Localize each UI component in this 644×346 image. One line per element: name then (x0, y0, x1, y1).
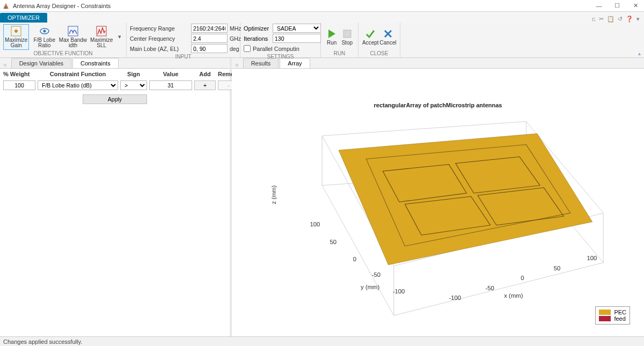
fb-lobe-ratio-button[interactable]: F/B Lobe Ratio (31, 24, 57, 50)
z-axis-label: z (mm) (270, 185, 277, 204)
quick-access-icons: ⎌ ✂ 📋 ↺ ❓ ▾ (592, 16, 644, 23)
sign-select[interactable]: > (120, 80, 147, 90)
legend-swatch-pec (599, 310, 611, 315)
plot-canvas[interactable]: z (mm) y (mm) x (mm) 100 50 0 -50 -100 -… (239, 109, 636, 334)
plot-legend: PEC feed (595, 306, 630, 325)
array-3d-view[interactable]: z (mm) y (mm) x (mm) 100 50 0 -50 -100 -… (239, 109, 636, 334)
svg-text:100: 100 (310, 221, 320, 227)
stop-button[interactable]: Stop (340, 24, 355, 50)
eye-icon (39, 25, 50, 37)
svg-text:50: 50 (330, 239, 337, 245)
maximize-gain-label: Maximize Gain (5, 38, 27, 49)
maximize-sll-label: Maximize SLL (90, 38, 113, 49)
max-bandwidth-button[interactable]: Max Bandw idth (60, 24, 86, 50)
plot-area[interactable]: rectangularArray of patchMicrostrip ante… (232, 69, 644, 336)
ground-plane (339, 134, 592, 265)
parallel-computing-cb-input[interactable] (244, 44, 251, 53)
svg-marker-8 (328, 30, 335, 38)
app-icon (2, 2, 10, 10)
ribbon-group-settings: Optimizer SADEA Iterations Parallel Comp… (240, 23, 321, 57)
svg-text:-50: -50 (372, 271, 380, 278)
apply-button[interactable]: Apply (83, 94, 147, 104)
accept-button[interactable]: Accept (362, 24, 379, 50)
hdr-weight: % Weight (3, 71, 35, 77)
svg-text:-100: -100 (393, 288, 405, 295)
bandwidth-icon (67, 25, 79, 37)
run-button[interactable]: Run (324, 24, 340, 50)
legend-label-pec: PEC (614, 309, 626, 315)
x-axis-label: x (mm) (504, 292, 523, 299)
legend-swatch-feed (599, 316, 611, 321)
titlebar: Antenna Array Designer - Constraints — ☐… (0, 0, 644, 12)
sll-icon (96, 25, 107, 37)
tab-design-variables[interactable]: Design Variables (11, 58, 71, 68)
main-content: ○ Design Variables Constraints % Weight … (0, 58, 644, 336)
ribbon-group-input: Frequency Range MHz Center Frequency GHz… (127, 23, 240, 57)
status-message: Changes applied successfully. (3, 338, 82, 345)
center-freq-input[interactable] (191, 34, 228, 43)
maximize-sll-button[interactable]: Maximize SLL (89, 24, 114, 50)
window-maximize-button[interactable]: ☐ (611, 2, 624, 9)
accept-label: Accept (362, 40, 379, 46)
qa-icon-4[interactable]: ↺ (618, 16, 623, 23)
svg-text:100: 100 (587, 255, 597, 261)
weight-input[interactable] (3, 80, 35, 90)
maximize-gain-button[interactable]: Maximize Gain (3, 24, 29, 50)
main-lobe-label: Main Lobe (AZ, EL) (130, 46, 189, 52)
x-icon (382, 28, 394, 40)
main-lobe-input[interactable] (191, 44, 228, 53)
settings-group-label: SETTINGS (240, 53, 320, 61)
max-bandwidth-label: Max Bandw idth (59, 38, 87, 49)
ribbon-tab-optimizer[interactable]: OPTIMIZER (0, 13, 47, 23)
hdr-sign: Sign (120, 71, 147, 77)
value-input[interactable] (149, 80, 192, 90)
play-icon (326, 28, 338, 40)
left-tabs-close-icon[interactable]: ○ (1, 62, 9, 68)
objective-dropdown-arrow-icon[interactable]: ▾ (116, 33, 123, 40)
right-pane: ○ Results Array rectangularArray of patc… (232, 58, 644, 336)
qa-icon-1[interactable]: ⎌ (592, 16, 596, 23)
stop-label: Stop (341, 40, 353, 46)
status-bar: Changes applied successfully. (0, 336, 644, 346)
y-axis-label: y (mm) (361, 284, 379, 290)
input-group-label: INPUT (127, 53, 240, 61)
hdr-func: Constraint Function (38, 71, 118, 77)
ribbon-group-run: Run Stop RUN (321, 23, 358, 57)
freq-range-label: Frequency Range (130, 25, 189, 32)
constraint-function-select[interactable]: F/B Lobe Ratio (dB) (38, 80, 118, 90)
window-title: Antenna Array Designer - Constraints (13, 3, 592, 9)
stop-icon (341, 28, 353, 40)
window-minimize-button[interactable]: — (592, 3, 605, 9)
ribbon-collapse-icon[interactable]: ▴ (638, 50, 641, 56)
right-tabs-close-icon[interactable]: ○ (233, 62, 241, 68)
svg-text:0: 0 (521, 275, 524, 281)
center-freq-label: Center Frequency (130, 35, 189, 42)
gain-icon (10, 25, 22, 37)
tab-constraints[interactable]: Constraints (72, 58, 119, 68)
parallel-computing-label: Parallel Computin (253, 46, 299, 52)
plot-title: rectangularArray of patchMicrostrip ante… (239, 102, 636, 108)
ribbon-group-close: Accept Cancel CLOSE (358, 23, 400, 57)
svg-rect-6 (68, 26, 78, 36)
check-icon (364, 28, 376, 40)
qa-icon-3[interactable]: 📋 (607, 16, 614, 23)
ribbon-tab-strip: OPTIMIZER ⎌ ✂ 📋 ↺ ❓ ▾ (0, 12, 644, 23)
parallel-computing-checkbox[interactable]: Parallel Computin (244, 44, 321, 53)
optimizer-select[interactable]: SADEA (273, 24, 321, 33)
cancel-button[interactable]: Cancel (379, 24, 397, 50)
fb-lobe-ratio-label: F/B Lobe Ratio (33, 38, 55, 49)
freq-range-input[interactable] (191, 24, 228, 33)
svg-text:50: 50 (554, 265, 561, 271)
ribbon: Maximize Gain F/B Lobe Ratio Max Bandw i… (0, 23, 644, 58)
qa-icon-5[interactable]: ❓ (626, 16, 633, 23)
qa-icon-6[interactable]: ▾ (636, 16, 640, 23)
add-constraint-button[interactable]: + (194, 80, 216, 90)
svg-text:-100: -100 (449, 295, 462, 301)
ribbon-group-objective: Maximize Gain F/B Lobe Ratio Max Bandw i… (0, 23, 127, 57)
iterations-input[interactable] (273, 34, 321, 43)
run-label: Run (327, 40, 336, 46)
iterations-label: Iterations (244, 35, 270, 42)
objective-group-label: OBJECTIVE FUNCTION (0, 50, 126, 57)
qa-icon-2[interactable]: ✂ (599, 16, 604, 23)
window-close-button[interactable]: ✕ (629, 2, 642, 9)
